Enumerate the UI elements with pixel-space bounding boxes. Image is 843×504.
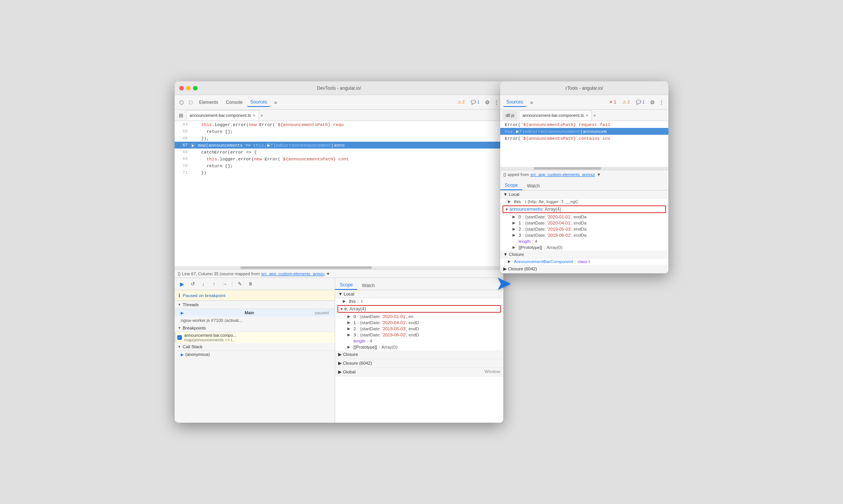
file-tab-more-w2[interactable]: » [593,113,596,118]
scope-announcements-array-outlined[interactable]: ▼ announcements : Array(4) [503,205,666,213]
step-into-btn[interactable]: ↑ [210,280,218,288]
w2-code-line-2: his.▶findCurrentAnnouncement(announcem [500,128,668,135]
file-tab-close-w2[interactable]: ✕ [585,113,588,118]
warning-badge: ⚠ 2 [455,99,467,105]
window-title-2: rTools - angular.io/ [566,86,603,91]
file-tab-announcement-w2[interactable]: announcement-bar.component.ts ✕ [519,110,592,120]
thread-main[interactable]: ▶ Main paused [175,309,335,317]
more-tabs-icon[interactable]: » [272,99,279,106]
code-line-64: 64 this.logger.error(new Error(`${announ… [175,121,503,128]
pretty-print-icon[interactable]: {} [178,271,180,276]
tab-console[interactable]: Console [223,98,246,107]
bp-code: map(announcements => t... [184,338,237,342]
status-dropdown-w2[interactable]: ▼ [597,172,601,177]
scrollbar-1[interactable] [175,266,503,269]
scope-ann-2[interactable]: ▶ 2: {startDate: '2019-05-03', endDa [500,226,668,232]
title-bar-1: DevTools - angular.io/ [175,81,503,95]
source-map-link[interactable]: src_app_custom-elements_annou [261,271,324,276]
scope-ann-proto[interactable]: ▶ [[Prototype]]: Array(0) [500,244,668,250]
scope-tab-watch-w2[interactable]: Watch [522,182,545,190]
thread-main-arrow: ▶ [181,311,184,315]
scope-abc-component[interactable]: ▶ AnnouncementBarComponent: class t [500,258,668,265]
scope-e-2[interactable]: ▶ 2: {startDate: '2019-05-03', endD [335,326,503,332]
scope-e-proto[interactable]: ▶ [[Prototype]]: Array(0) [335,344,503,350]
bottom-panel-1: ▶ ↺ ↓ ↑ → ✎ ⏸ ℹ Paused on breakpoint ▼ [175,278,503,423]
blue-arrow-container: ➤ [496,272,512,294]
scope-closure2-header[interactable]: ▶ Closure (6042) [335,359,503,368]
minimize-button[interactable] [186,86,191,90]
bp-checkbox-1[interactable]: ✓ [177,335,182,340]
scope-ann-1[interactable]: ▶ 1: {startDate: '2020-04-01', endDa [500,220,668,226]
source-map-link-w2[interactable]: src_app_custom-elements_annour [530,172,595,177]
paused-notice: ℹ Paused on breakpoint [175,290,335,301]
thread-ngsw[interactable]: ngsw-worker.js #7100 (activat... [175,317,335,324]
file-tab-close[interactable]: ✕ [253,113,256,118]
step-back-btn[interactable]: ↺ [188,280,197,288]
maximize-button[interactable] [193,86,198,90]
w2-code-line-3: Error(`${announcementsPath} contains inv [500,135,668,142]
deactivate-breakpoints-btn[interactable]: ✎ [235,280,244,288]
file-tab-more[interactable]: » [261,113,263,118]
callstack-item-anonymous[interactable]: ▶ (anonymous) [175,351,335,358]
scope-this-w2[interactable]: ▶ this: t {http: Ae, logger: T, __ngC [500,199,668,205]
devtools-toolbar-1: ⬡ □ Elements Console Sources » ⚠ 2 💬 1 ⚙… [175,95,503,110]
scope-closure2-header-w2[interactable]: ▶ Closure (6042) [500,265,668,273]
device-icon[interactable]: □ [187,99,195,106]
tab-sources-w2[interactable]: Sources [503,98,526,107]
scope-e-1[interactable]: ▶ 1: {startDate: '2020-04-01', endD [335,320,503,326]
file-tab-d8-name: d8.js [506,113,514,118]
devtools-toolbar-2: Sources » ✕ 1 ⚠ 2 💬 1 ⚙ ⋮ [500,95,668,110]
scope-e-length: length: 4 [335,338,503,344]
scrollbar-thumb-w2[interactable] [534,167,601,170]
threads-section-header[interactable]: ▼ Threads [175,301,335,309]
threads-label: Threads [183,302,199,307]
scope-ann-0[interactable]: ▶ 0: {startDate: '2020-01-01', endDa [500,214,668,220]
cursor-icon[interactable]: ⬡ [178,99,185,106]
more-options-icon-w2[interactable]: ⋮ [658,99,665,106]
tab-elements[interactable]: Elements [196,98,221,107]
scope-local-header-w2[interactable]: ▼ Local [500,191,668,199]
pretty-print-icon-w2[interactable]: {} [503,172,506,177]
scrollbar-thumb-1[interactable] [240,267,372,269]
breakpoints-label: Breakpoints [183,326,206,330]
scope-panel-1: Scope Watch ▼ Local ▶ this : t ▼ e : [335,278,503,423]
status-dropdown[interactable]: ▼ [326,271,330,276]
thread-main-status: paused [315,310,329,315]
scope-e-0[interactable]: ▶ 0: {startDate: '2020-01-01', en [335,313,503,320]
scope-tab-scope[interactable]: Scope [335,281,357,290]
file-tab-active[interactable]: announcement-bar.component.ts ✕ [186,110,259,120]
step-over-btn[interactable]: ↓ [199,280,208,288]
w2-code-line-1: Error(`${announcementsPath} request fail [500,121,668,128]
file-tab-d8[interactable]: d8.js [503,110,517,120]
breakpoints-section-header[interactable]: ▼ Breakpoints [175,324,335,332]
callstack-section-header[interactable]: ▼ Call Stack [175,343,335,351]
code-editor-1: 64 this.logger.error(new Error(`${announ… [175,121,503,266]
code-line-70: 70 return []; [175,162,503,169]
close-button[interactable] [179,86,184,90]
scope-ann-3[interactable]: ▶ 3: {startDate: '2019-06-02', endDa [500,232,668,238]
settings-icon[interactable]: ⚙ [483,99,491,106]
scope-tab-watch[interactable]: Watch [357,281,379,290]
scope-e-3[interactable]: ▶ 3: {startDate: '2019-06-02', endD [335,332,503,338]
step-out-btn[interactable]: → [220,280,229,288]
thread-main-name: Main [245,310,254,315]
scope-local-header[interactable]: ▼ Local [335,290,503,298]
scope-tab-scope-w2[interactable]: Scope [500,181,522,190]
scope-closure-header[interactable]: ▶ Closure [335,350,503,359]
settings-icon-w2[interactable]: ⚙ [648,99,656,106]
scrollbar-w2[interactable] [500,167,668,170]
status-bar-w2: {} apped from src_app_custom-elements_an… [500,170,668,178]
scope-e-array-outlined[interactable]: ▼ e : Array(4) [337,305,501,313]
scope-global-header[interactable]: ▶ GlobalWindow [335,368,503,376]
scope-this[interactable]: ▶ this : t [335,298,503,304]
more-tabs-icon-w2[interactable]: » [528,99,535,106]
sidebar-toggle[interactable]: ▤ [177,111,185,119]
breakpoint-item-1[interactable]: ✓ announcement-bar.compo... map(announce… [175,332,335,343]
tab-sources[interactable]: Sources [247,98,270,107]
bp-details: announcement-bar.compo... map(announceme… [184,333,237,342]
callstack-arrow: ▶ [181,352,184,357]
pause-on-exceptions-btn[interactable]: ⏸ [246,280,255,288]
scope-closure-header-w2[interactable]: ▼ Closure [500,250,668,258]
more-options-icon[interactable]: ⋮ [493,99,500,106]
resume-btn[interactable]: ▶ [178,280,186,288]
